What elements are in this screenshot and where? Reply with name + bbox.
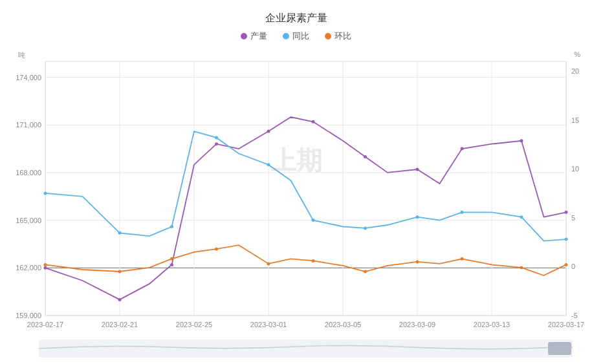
scrollbar-area[interactable]	[39, 339, 573, 358]
svg-rect-0	[45, 61, 566, 316]
svg-point-67	[520, 266, 523, 269]
svg-point-52	[312, 219, 315, 222]
chart-container: 企业尿素产量 产量 同比 环比 吨 % 174,000171,000168,00…	[0, 0, 592, 364]
svg-text:10: 10	[571, 165, 579, 173]
svg-point-54	[416, 215, 419, 219]
svg-point-40	[267, 130, 270, 133]
main-chart-svg: 174,000171,000168,000165,000162,000159,0…	[0, 0, 592, 364]
svg-text:2023-03-17: 2023-03-17	[548, 321, 584, 328]
svg-text:15: 15	[571, 116, 579, 124]
svg-point-47	[44, 191, 47, 195]
svg-point-41	[312, 120, 315, 123]
svg-text:2023-03-01: 2023-03-01	[250, 321, 287, 328]
svg-point-53	[364, 226, 367, 230]
svg-text:165,000: 165,000	[16, 217, 41, 224]
svg-text:174,000: 174,000	[16, 74, 41, 81]
svg-point-65	[416, 260, 419, 263]
svg-point-44	[461, 147, 464, 151]
svg-text:2023-02-21: 2023-02-21	[102, 321, 138, 328]
svg-point-46	[565, 211, 568, 214]
svg-text:159,000: 159,000	[16, 312, 41, 319]
svg-point-38	[170, 263, 173, 266]
svg-point-61	[215, 248, 218, 251]
svg-text:2023-02-25: 2023-02-25	[176, 321, 212, 328]
svg-text:-5: -5	[571, 312, 578, 319]
svg-point-62	[267, 262, 270, 265]
svg-point-55	[461, 211, 464, 214]
scrollbar-thumb[interactable]	[548, 342, 571, 355]
svg-point-64	[364, 270, 367, 273]
svg-text:171,000: 171,000	[16, 121, 41, 129]
svg-point-50	[215, 136, 218, 139]
svg-text:0: 0	[571, 262, 575, 270]
svg-point-39	[215, 142, 218, 145]
svg-text:2023-03-13: 2023-03-13	[474, 321, 510, 328]
svg-text:168,000: 168,000	[16, 169, 41, 177]
svg-text:20: 20	[571, 67, 579, 75]
svg-point-42	[364, 155, 367, 158]
svg-point-63	[312, 259, 315, 262]
svg-point-49	[170, 225, 173, 228]
svg-point-60	[170, 257, 173, 261]
svg-point-45	[520, 139, 523, 142]
svg-text:上期: 上期	[270, 146, 322, 175]
svg-point-57	[565, 238, 568, 241]
svg-point-43	[416, 168, 419, 171]
scrollbar-minimap	[39, 339, 573, 358]
svg-point-37	[118, 298, 122, 301]
svg-point-59	[118, 270, 122, 273]
svg-point-36	[44, 266, 47, 270]
svg-text:5: 5	[571, 214, 575, 222]
svg-point-66	[461, 257, 464, 261]
svg-text:2023-03-09: 2023-03-09	[399, 321, 435, 328]
svg-text:2023-03-05: 2023-03-05	[325, 321, 361, 328]
svg-point-58	[44, 263, 47, 266]
svg-point-48	[118, 231, 122, 235]
svg-point-68	[565, 263, 568, 266]
svg-text:162,000: 162,000	[16, 264, 41, 272]
svg-text:2023-02-17: 2023-02-17	[27, 321, 63, 328]
svg-point-56	[520, 215, 523, 219]
